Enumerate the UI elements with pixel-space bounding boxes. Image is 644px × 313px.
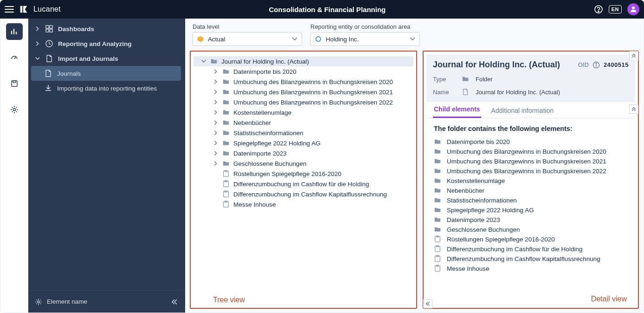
chevron-right-icon [213,120,219,125]
tree-node-label: Datenimporte bis 2020 [233,68,296,75]
nav-subitem[interactable]: Importing data into reporting entities [31,81,181,96]
folder-icon [222,119,230,126]
child-element-row[interactable]: Nebenbücher [434,187,628,194]
child-element-row[interactable]: Datenimporte 2023 [434,216,628,223]
content-area: Data level Actual Reporting entity or co… [185,19,644,313]
rail-item-reporting[interactable] [6,23,23,40]
tree-node[interactable]: Rüstellungen Spiegelpflege 2016-2020 [193,169,413,179]
nav-subitem[interactable]: Journals [31,66,181,81]
oid-label: OID [578,61,589,68]
nav-item[interactable]: Reporting and Analyzing [31,36,181,51]
chevron-down-icon [35,56,40,61]
tree-node[interactable]: Nebenbücher [193,117,413,128]
tree-node[interactable]: Messe Inhouse [193,199,413,209]
child-element-row[interactable]: Kostenstellenumlage [434,177,628,184]
folder-icon [222,129,230,137]
child-element-row[interactable]: Umbuchung des Bilanzgewinns in Buchungsk… [434,148,628,155]
tab-additional-info[interactable]: Additional information [490,103,555,118]
child-element-row[interactable]: Geschlossene Buchungen [434,226,628,233]
doc-icon [45,54,53,63]
child-element-label: Spiegelpflege 2022 Holding AG [447,207,534,214]
tree-node[interactable]: Datenimporte 2023 [193,148,413,158]
tree-node[interactable]: Differenzumbuchung im Cashflow für die H… [193,179,413,189]
nav-item[interactable]: Dashboards [31,21,181,36]
tree-node[interactable]: Geschlossene Buchungen [193,158,413,169]
expand-panel-button[interactable] [423,299,432,308]
tree-node[interactable]: Umbuchung des Bilanzgewinns in Buchungsk… [193,77,413,87]
tree-node-label: Kostenstellenumlage [233,109,291,116]
chevron-down-icon [409,36,416,42]
tree-node-label: Differenzumbuchung im Cashflow Kapitalfl… [233,191,387,198]
rail-item-save[interactable] [6,75,23,92]
child-element-row[interactable]: Datenimporte bis 2020 [434,138,628,145]
tree-node[interactable]: Statistischeinformationen [193,128,413,138]
tab-child-elements[interactable]: Child elements [433,102,481,118]
child-element-row[interactable]: Spiegelpflege 2022 Holding AG [434,206,628,214]
tree-view-panel: Journal for Holding Inc. (Actual)Datenim… [190,51,417,309]
chevron-right-icon [213,140,219,146]
detail-title: Journal for Holding Inc. (Actual) [433,60,560,70]
chevron-right-icon [213,99,219,105]
child-element-label: Umbuchung des Bilanzgewinns in Buchungsk… [447,168,606,175]
tree-node[interactable]: Umbuchung des Bilanzgewinns in Buchungsk… [193,97,413,107]
entity-value: Holding Inc. [326,36,359,43]
child-element-row[interactable]: Differenzumbuchung im Cashflow Kapitalfl… [434,255,628,262]
child-element-label: Differenzumbuchung im Cashflow Kapitalfl… [447,255,600,262]
name-value: Journal for Holding Inc. (Actual) [476,89,560,96]
chevron-right-icon [213,69,219,74]
nav-item-label: Dashboards [58,26,94,33]
tree-node[interactable]: Datenimporte bis 2020 [193,66,413,77]
language-toggle[interactable]: EN [609,5,622,13]
chevron-right-icon [35,41,40,46]
tree-node-label: Datenimporte 2023 [233,150,287,157]
folder-icon [222,160,230,167]
rail-item-settings[interactable] [6,101,23,118]
chevron-right-icon [213,150,219,156]
child-element-label: Kostenstellenumlage [447,177,505,184]
tree-node-label: Spiegelpflege 2022 Holding AG [233,140,321,147]
folder-icon [222,150,230,157]
detail-view-caption: Detail view [591,295,627,303]
child-element-row[interactable]: Umbuchung des Bilanzgewinns in Buchungsk… [434,167,628,175]
folder-icon [434,216,441,223]
child-element-row[interactable]: Statistischeinformationen [434,196,628,204]
collapse-header-button[interactable] [629,51,638,60]
info-icon[interactable] [592,61,600,69]
child-list-heading: The folder contains the following elemen… [434,125,628,132]
chevron-right-icon [213,130,219,136]
folder-icon [222,139,230,147]
folder-icon [462,75,469,83]
child-element-row[interactable]: Rüstellungen Spiegelpflege 2016-2020 [434,235,628,243]
folder-icon [222,88,230,96]
clipboard-icon [222,201,230,208]
collapse-sidebar-icon[interactable] [171,298,178,306]
child-element-row[interactable]: Messe Inhouse [434,265,628,272]
nav-footer-label: Element name [47,298,87,305]
menu-toggle-icon[interactable] [5,6,14,13]
collapse-tabs-button[interactable] [629,104,638,114]
folder-icon [210,58,218,65]
tree-node[interactable]: Kostenstellenumlage [193,107,413,117]
name-label: Name [433,89,455,96]
child-element-label: Umbuchung des Bilanzgewinns in Buchungsk… [447,148,606,155]
folder-icon [434,206,441,214]
entity-select[interactable]: Holding Inc. [310,32,420,46]
help-icon[interactable] [594,5,603,14]
tree-root[interactable]: Journal for Holding Inc. (Actual) [193,56,413,66]
data-level-label: Data level [193,23,302,30]
tree-node[interactable]: Spiegelpflege 2022 Holding AG [193,138,413,148]
rail-item-gauge[interactable] [6,49,23,66]
tree-node-label: Differenzumbuchung im Cashflow für die H… [233,181,369,188]
child-element-row[interactable]: Umbuchung des Bilanzgewinns in Buchungsk… [434,157,628,165]
data-level-select[interactable]: Actual [193,32,302,46]
nav-item[interactable]: Import and Journals [31,51,181,66]
child-element-row[interactable]: Differenzumbuchung im Cashflow für die H… [434,245,628,253]
tree-node[interactable]: Umbuchung des Bilanzgewinns in Buchungsk… [193,87,413,97]
tree-node[interactable]: Differenzumbuchung im Cashflow Kapitalfl… [193,189,413,199]
child-element-label: Nebenbücher [447,187,484,194]
clipboard-icon [222,170,230,177]
download-icon [44,84,52,92]
child-element-label: Messe Inhouse [447,265,489,272]
tree-node-label: Geschlossene Buchungen [233,160,307,167]
user-avatar[interactable] [627,3,639,15]
